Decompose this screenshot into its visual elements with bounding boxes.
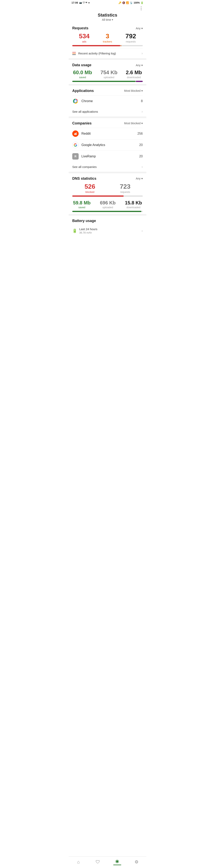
trackers-value: 3 bbox=[103, 33, 112, 40]
status-bar-right: 🔑 🔇 📶 📡 100% 🔋 bbox=[118, 1, 144, 4]
status-icons: 📷 🛡 ❤ bbox=[79, 1, 87, 4]
status-battery: 100% bbox=[134, 1, 140, 4]
company-item-google-analytics: Google Analytics 20 bbox=[72, 139, 143, 151]
section-divider-4 bbox=[69, 172, 146, 173]
battery-section: Battery usage 🔋 Last 24 hours 36.78 mAh … bbox=[69, 216, 146, 238]
battery-header: Battery usage bbox=[72, 219, 143, 223]
activity-row-left: Recent activity (Filtering log) bbox=[72, 52, 116, 55]
app-item-chrome-count: 8 bbox=[141, 99, 143, 103]
companies-section: Companies Most blocked ▾ bbox=[69, 118, 146, 172]
status-mute-icon: 🔇 bbox=[122, 1, 125, 4]
dns-data-stats-row: 59.8 Mb saved 696 Kb uploaded 15.8 Kb do… bbox=[72, 200, 143, 209]
downloaded-value: 2.6 Mb bbox=[126, 70, 142, 75]
dns-requests-stat: 723 requests bbox=[120, 183, 131, 193]
dns-data-usage: 59.8 Mb saved 696 Kb uploaded 15.8 Kb do… bbox=[72, 200, 143, 212]
company-item-reddit-count: 256 bbox=[137, 132, 143, 135]
requests-trackers-bar bbox=[121, 45, 121, 46]
applications-filter-chevron: ▾ bbox=[141, 89, 143, 92]
requests-filter-button[interactable]: Any ▾ bbox=[136, 27, 143, 30]
data-usage-title: Data usage bbox=[72, 63, 92, 67]
reddit-icon bbox=[72, 130, 79, 137]
dns-stats-header: DNS statistics Any ▾ bbox=[72, 177, 143, 181]
applications-filter-label: Most blocked bbox=[124, 89, 141, 92]
applications-title: Applications bbox=[72, 89, 94, 93]
dns-requests-value: 723 bbox=[120, 183, 131, 190]
data-usage-filter-label: Any bbox=[136, 64, 141, 67]
requests-filter-chevron: ▾ bbox=[141, 27, 143, 30]
dns-saved-stat: 59.8 Mb saved bbox=[73, 200, 91, 209]
google-analytics-icon bbox=[72, 142, 79, 148]
status-bar: 17:06 📷 🛡 ❤ 🔑 🔇 📶 📡 100% 🔋 bbox=[69, 0, 146, 5]
dns-saved-bar bbox=[72, 211, 141, 212]
status-bar-left: 17:06 📷 🛡 ❤ bbox=[71, 1, 89, 4]
activity-label: Recent activity (Filtering log) bbox=[78, 52, 116, 55]
dns-blocked-value: 526 bbox=[84, 183, 95, 190]
dns-stats-filter-button[interactable]: Any ▾ bbox=[136, 177, 143, 180]
page-header: Statistics All time ▾ bbox=[69, 11, 146, 23]
section-divider-2 bbox=[69, 84, 146, 86]
company-item-google-analytics-count: 20 bbox=[139, 143, 143, 147]
see-all-companies-label: See all companies bbox=[72, 165, 97, 168]
hamburger-line-3 bbox=[72, 55, 76, 55]
see-all-applications-label: See all applications bbox=[72, 110, 98, 113]
dns-uploaded-value: 696 Kb bbox=[100, 200, 116, 206]
dns-blocked-stats: 526 blocked 723 requests bbox=[72, 183, 143, 193]
applications-filter-button[interactable]: Most blocked ▾ bbox=[124, 89, 143, 92]
battery-row-chevron: › bbox=[142, 229, 143, 233]
applications-header: Applications Most blocked ▾ bbox=[72, 89, 143, 93]
requests-section: Requests Any ▾ 534 ads 3 trackers 792 re… bbox=[69, 23, 146, 48]
battery-row-label: Last 24 hours bbox=[79, 227, 97, 231]
battery-row[interactable]: 🔋 Last 24 hours 36.78 mAh › bbox=[72, 225, 143, 236]
app-item-chrome-label: Chrome bbox=[81, 99, 93, 103]
menu-button[interactable]: ⋮ bbox=[139, 6, 144, 11]
dns-blocked-label: blocked bbox=[84, 190, 95, 193]
page-title: Statistics bbox=[69, 12, 146, 18]
data-usage-progress-bar bbox=[72, 81, 143, 82]
company-item-liveramp-label: LiveRamp bbox=[81, 155, 96, 158]
companies-header: Companies Most blocked ▾ bbox=[72, 121, 143, 125]
app-item-chrome-left: Chrome bbox=[72, 98, 93, 104]
section-divider-5 bbox=[69, 214, 146, 216]
section-divider-3 bbox=[69, 117, 146, 118]
uploaded-value: 754 Kb bbox=[101, 70, 117, 75]
chrome-icon bbox=[72, 98, 79, 104]
saved-label: saved bbox=[73, 76, 92, 79]
dns-stats-title: DNS statistics bbox=[72, 177, 96, 181]
status-battery-icon: 🔋 bbox=[141, 1, 144, 4]
liveramp-icon: R bbox=[72, 153, 79, 160]
status-dot bbox=[88, 2, 89, 3]
battery-row-left: 🔋 Last 24 hours 36.78 mAh bbox=[72, 227, 97, 234]
data-usage-stats: 60.0 Mb saved 754 Kb uploaded 2.6 Mb dow… bbox=[72, 70, 143, 79]
ads-value: 534 bbox=[79, 33, 89, 40]
filter-log-icon bbox=[72, 52, 76, 55]
time-filter-chevron: ▾ bbox=[112, 18, 113, 21]
data-usage-filter-button[interactable]: Any ▾ bbox=[136, 64, 143, 67]
time-filter-button[interactable]: All time ▾ bbox=[69, 18, 146, 21]
svg-point-3 bbox=[74, 100, 77, 102]
status-signal-icon: 📡 bbox=[130, 1, 133, 4]
companies-filter-button[interactable]: Most blocked ▾ bbox=[124, 122, 143, 125]
requests-ads-bar bbox=[72, 45, 120, 46]
dns-stats-filter-chevron: ▾ bbox=[141, 177, 143, 180]
app-item-chrome: Chrome 8 bbox=[72, 95, 143, 107]
total-requests-value: 792 bbox=[126, 33, 136, 40]
see-all-companies-row[interactable]: See all companies › bbox=[72, 162, 143, 170]
dns-blocked-progress-bar bbox=[72, 195, 143, 197]
company-item-google-analytics-left: Google Analytics bbox=[72, 142, 105, 148]
hamburger-line-1 bbox=[72, 52, 76, 53]
company-item-liveramp: R LiveRamp 20 bbox=[72, 151, 143, 162]
see-all-applications-row[interactable]: See all applications › bbox=[72, 107, 143, 115]
requests-progress-bar bbox=[72, 45, 143, 46]
company-item-google-analytics-label: Google Analytics bbox=[81, 143, 105, 147]
dns-blocked-stat: 526 blocked bbox=[84, 183, 95, 193]
dns-downloaded-label: downloaded bbox=[125, 206, 142, 209]
companies-filter-label: Most blocked bbox=[124, 122, 141, 125]
recent-activity-row[interactable]: Recent activity (Filtering log) › bbox=[69, 49, 146, 58]
company-item-reddit-label: Reddit bbox=[81, 132, 91, 135]
dns-stats-section: DNS statistics Any ▾ 526 blocked 723 req… bbox=[69, 173, 146, 214]
company-item-reddit: Reddit 256 bbox=[72, 128, 143, 139]
requests-title: Requests bbox=[72, 26, 88, 30]
saved-value: 60.0 Mb bbox=[73, 70, 92, 75]
hamburger-line-2 bbox=[72, 53, 76, 54]
status-time: 17:06 bbox=[71, 1, 78, 4]
